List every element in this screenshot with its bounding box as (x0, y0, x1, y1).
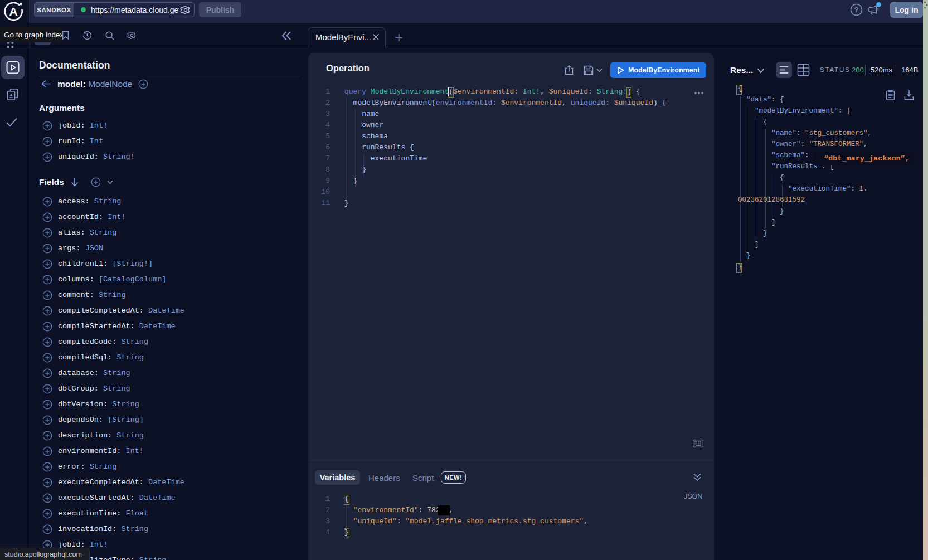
svg-text:?: ? (854, 6, 859, 14)
svg-text:A: A (9, 5, 17, 18)
